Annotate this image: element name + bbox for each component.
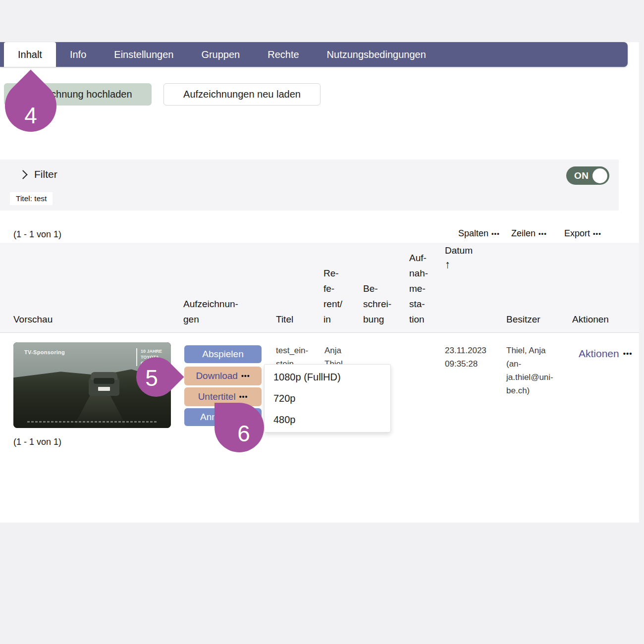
- column-header-referent[interactable]: Re- fe- rent/ in: [323, 243, 342, 327]
- filter-bar: [0, 160, 619, 211]
- tab-einstellungen[interactable]: Einstellungen: [100, 42, 187, 67]
- row-actions-button[interactable]: Aktionen •••: [579, 347, 633, 360]
- top-nav: Inhalt Info Einstellungen Gruppen Rechte…: [0, 42, 628, 67]
- result-count-top: (1 - 1 von 1): [13, 229, 61, 240]
- column-header-aufzeichnungen[interactable]: Aufzeichnun- gen: [183, 243, 238, 327]
- download-label: Download: [196, 371, 238, 381]
- column-header-datum[interactable]: Datum ↑: [445, 243, 473, 327]
- result-count-bottom: (1 - 1 von 1): [13, 437, 61, 447]
- cell-datum: 23.11.2023 09:35:28: [445, 344, 486, 371]
- dropdown-item-480p[interactable]: 480p: [265, 409, 390, 430]
- license-plate: [98, 387, 110, 391]
- column-header-vorschau[interactable]: Vorschau: [13, 243, 53, 327]
- chevron-right-icon: [18, 170, 27, 179]
- callout-step-6-number: 6: [237, 422, 250, 445]
- filter-label: Filter: [34, 168, 57, 180]
- download-quality-dropdown: 1080p (FullHD) 720p 480p: [264, 364, 391, 432]
- column-header-besitzer[interactable]: Besitzer: [506, 243, 540, 327]
- tab-nutzungsbedingungen[interactable]: Nutzungsbedingungen: [313, 42, 440, 67]
- rows-label: Zeilen: [511, 228, 536, 239]
- dropdown-item-720p[interactable]: 720p: [265, 388, 390, 409]
- tab-gruppen[interactable]: Gruppen: [187, 42, 254, 67]
- tab-inhalt[interactable]: Inhalt: [4, 42, 56, 67]
- callout-step-5-number: 5: [145, 367, 158, 389]
- column-header-aufnahmestation[interactable]: Auf- nah- me- sta- tion: [409, 243, 428, 327]
- toggle-on-label: ON: [574, 170, 589, 181]
- toggle-knob: [592, 168, 607, 183]
- actions-label: Aktionen: [579, 347, 619, 360]
- datum-label: Datum: [445, 243, 473, 258]
- export-label: Export: [564, 228, 590, 239]
- ellipsis-icon: •••: [241, 372, 250, 380]
- screen: Inhalt Info Einstellungen Gruppen Rechte…: [0, 0, 644, 644]
- ellipsis-icon: •••: [538, 230, 547, 237]
- table-header-row: [0, 243, 639, 333]
- filter-chip-titel[interactable]: Titel: test: [10, 192, 53, 205]
- download-button[interactable]: Download •••: [184, 367, 262, 385]
- thumbnail-sponsoring-label: TV-Sponsoring: [24, 349, 65, 355]
- ellipsis-icon: •••: [491, 230, 500, 237]
- tab-info[interactable]: Info: [56, 42, 100, 67]
- cell-besitzer: Thiel, Anja (an- ja.thiel@uni- be.ch): [506, 344, 553, 397]
- columns-menu-button[interactable]: Spalten •••: [458, 228, 500, 239]
- subtitles-label: Untertitel: [198, 391, 236, 402]
- filter-toggle[interactable]: ON: [566, 166, 609, 185]
- ellipsis-icon: •••: [623, 347, 633, 360]
- ellipsis-icon: •••: [593, 230, 601, 237]
- ellipsis-icon: •••: [239, 393, 248, 401]
- rows-menu-button[interactable]: Zeilen •••: [511, 228, 547, 239]
- callout-step-4-number: 4: [24, 104, 37, 127]
- thumbnail-fineprint: [27, 421, 157, 423]
- filter-expander[interactable]: Filter: [20, 168, 57, 180]
- columns-label: Spalten: [458, 228, 488, 239]
- tab-rechte[interactable]: Rechte: [254, 42, 313, 67]
- column-header-aktionen: Aktionen: [572, 243, 609, 327]
- sort-ascending-icon: ↑: [445, 258, 450, 271]
- play-button[interactable]: Abspielen: [184, 345, 262, 363]
- export-menu-button[interactable]: Export •••: [564, 228, 601, 239]
- dropdown-item-1080p[interactable]: 1080p (FullHD): [265, 367, 390, 388]
- column-header-titel[interactable]: Titel: [276, 243, 293, 327]
- reload-recordings-button[interactable]: Aufzeichnungen neu laden: [163, 83, 321, 106]
- column-header-beschreibung[interactable]: Be- schrei- bung: [363, 243, 391, 327]
- car-image: [89, 371, 119, 396]
